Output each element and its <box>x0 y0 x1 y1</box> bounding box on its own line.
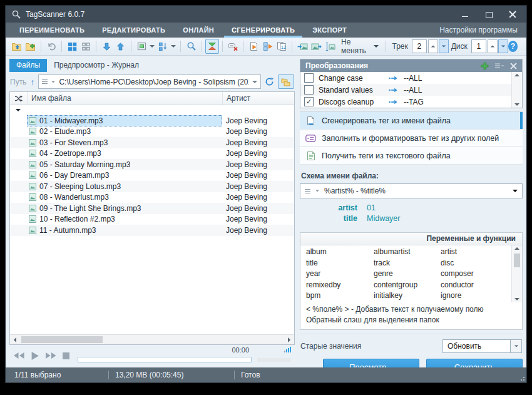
file-name-cell[interactable]: 02 - Etude.mp3 <box>27 126 222 138</box>
track-down-button[interactable] <box>439 39 449 53</box>
transform-checkbox[interactable] <box>304 73 314 83</box>
file-name-cell[interactable]: 03 - For Steven.mp3 <box>27 137 222 148</box>
transform-checkbox[interactable] <box>304 85 314 95</box>
file-name-cell[interactable]: 11 - Autumn.mp3 <box>27 225 222 236</box>
search-icon[interactable] <box>184 39 198 54</box>
resize-grip[interactable] <box>519 376 524 381</box>
variable-name[interactable]: genre <box>374 269 441 280</box>
variable-name[interactable]: initialkey <box>374 290 441 302</box>
variable-name[interactable]: artist <box>441 247 508 258</box>
undo-icon[interactable] <box>44 39 58 54</box>
play-button[interactable] <box>31 351 39 361</box>
seek-bar[interactable] <box>78 357 252 362</box>
transform-checkbox[interactable]: ✓ <box>304 97 314 106</box>
image-mode-dropdown[interactable]: Не менять <box>337 39 382 53</box>
add-transform-icon[interactable] <box>481 62 489 70</box>
select-files-icon[interactable] <box>135 39 148 54</box>
group-collapse-row[interactable] <box>10 105 294 115</box>
disc-up-button[interactable] <box>488 39 498 53</box>
transform-scrollbar[interactable] <box>511 72 522 108</box>
stop-button[interactable] <box>63 352 69 359</box>
scheme-combobox[interactable]: %artist% - %title% <box>300 183 523 198</box>
select-files-dropdown-icon[interactable] <box>148 39 156 53</box>
volume-slider[interactable] <box>257 358 291 362</box>
file-name-cell[interactable]: 01 - Midwayer.mp3 <box>27 115 222 126</box>
sort-files-icon[interactable] <box>156 39 170 54</box>
scroll-up-icon[interactable] <box>514 247 519 250</box>
track-input[interactable]: 2 <box>412 39 427 53</box>
file-name-cell[interactable]: 10 - Reflection #2.mp3 <box>27 214 222 225</box>
menu-item-online[interactable]: ОНЛАЙН <box>174 23 223 38</box>
disc-input[interactable]: 1 <box>471 39 486 53</box>
file-name-cell[interactable]: 04 - Zoetrope.mp3 <box>27 148 222 160</box>
variable-name[interactable]: remixedby <box>306 280 374 291</box>
minimize-button[interactable] <box>461 11 469 18</box>
scroll-down-icon[interactable] <box>514 298 519 300</box>
rewind-button[interactable] <box>13 352 25 359</box>
menu-item-rename[interactable]: ПЕРЕИМЕНОВАТЬ <box>11 23 93 38</box>
move-down-icon[interactable] <box>100 39 113 54</box>
file-name-cell[interactable]: 07 - Sleeping Lotus.mp3 <box>27 181 222 192</box>
file-name-cell[interactable]: 06 - Day Dream.mp3 <box>27 170 222 182</box>
generate-tag-icon[interactable] <box>205 39 219 54</box>
variable-name[interactable]: ignore <box>441 290 508 302</box>
tab-files[interactable]: Файлы <box>9 59 47 72</box>
track-up-button[interactable] <box>428 39 438 53</box>
horizontal-scrollbar[interactable] <box>10 334 294 344</box>
move-up-icon[interactable] <box>114 39 128 54</box>
transform-row[interactable]: Change case--ALL <box>300 72 511 84</box>
column-header-artist[interactable]: Артист <box>223 92 294 105</box>
refresh-icon[interactable] <box>265 77 274 86</box>
variable-name[interactable]: bpm <box>306 290 374 302</box>
remove-tag-icon[interactable] <box>226 39 240 54</box>
open-folder-icon[interactable] <box>9 39 23 54</box>
disc-down-button[interactable] <box>498 39 508 53</box>
help-icon[interactable] <box>508 41 518 52</box>
run-batch-icon[interactable] <box>261 39 275 54</box>
transform-row[interactable]: ✓Discogs cleanup--TAG <box>300 96 511 108</box>
list-view-icon[interactable] <box>79 39 93 54</box>
add-folder-icon[interactable] <box>23 39 37 54</box>
export-cover-icon[interactable] <box>309 39 323 54</box>
variable-name[interactable]: title <box>306 258 374 269</box>
path-combobox[interactable]: C:\Users\Home-PC\Desktop\Joep Beving - S… <box>38 74 261 89</box>
close-button[interactable] <box>509 11 516 18</box>
scroll-down-icon[interactable] <box>514 103 519 106</box>
file-name-cell[interactable]: 08 - Wanderlust.mp3 <box>27 192 222 203</box>
action-generate-from-filename[interactable]: Сгенерировать тег из имени файла <box>300 112 523 130</box>
scroll-right-icon[interactable] <box>284 337 294 342</box>
file-name-cell[interactable]: 05 - Saturday Morning.mp3 <box>27 159 222 170</box>
variable-name[interactable]: track <box>374 258 441 269</box>
action-tags-from-textfile[interactable]: Получить теги из текстового файла <box>300 147 523 165</box>
copy-numbering-icon[interactable]: 12 <box>275 39 289 54</box>
menu-item-edit[interactable]: РЕДАКТИРОВАТЬ <box>93 23 174 38</box>
scrollbar-thumb[interactable] <box>21 336 103 343</box>
transform-row[interactable]: Standard values--ALL <box>300 84 511 96</box>
scrollbar-thumb[interactable] <box>514 254 520 267</box>
run-file-icon[interactable] <box>247 39 260 54</box>
grid-view-icon[interactable] <box>65 39 79 54</box>
column-header-name[interactable]: Имя файла <box>28 92 223 105</box>
sort-files-dropdown-icon[interactable] <box>170 39 178 53</box>
variables-scrollbar[interactable] <box>511 245 522 302</box>
file-name-cell[interactable]: 09 - The Light She Brings.mp3 <box>27 203 222 214</box>
transform-menu-icon[interactable] <box>495 63 504 69</box>
fast-forward-button[interactable] <box>45 352 57 359</box>
program-settings-link[interactable]: Настройки программы <box>439 23 521 38</box>
action-fill-from-fields[interactable]: Заполнить и форматировать тег из других … <box>300 130 523 147</box>
variable-name[interactable]: composer <box>441 269 508 280</box>
old-values-dropdown[interactable]: Обновить <box>442 339 522 353</box>
up-directory-icon[interactable]: ↑ <box>30 78 34 86</box>
variable-name[interactable]: contentgroup <box>374 280 441 291</box>
variable-name[interactable]: disc <box>441 258 508 269</box>
variable-name[interactable]: year <box>306 269 374 280</box>
menu-item-generate[interactable]: СГЕНЕРИРОВАТЬ <box>223 23 304 38</box>
folder-tree-toggle[interactable] <box>278 74 294 89</box>
maximize-button[interactable] <box>485 11 493 18</box>
variable-name[interactable]: albumartist <box>374 247 441 258</box>
chevron-down-icon[interactable] <box>511 339 522 353</box>
close-panel-icon[interactable] <box>510 63 517 69</box>
variable-name[interactable]: conductor <box>441 280 508 291</box>
variable-name[interactable]: album <box>306 247 374 258</box>
menu-item-export[interactable]: ЭКСПОРТ <box>304 23 356 38</box>
